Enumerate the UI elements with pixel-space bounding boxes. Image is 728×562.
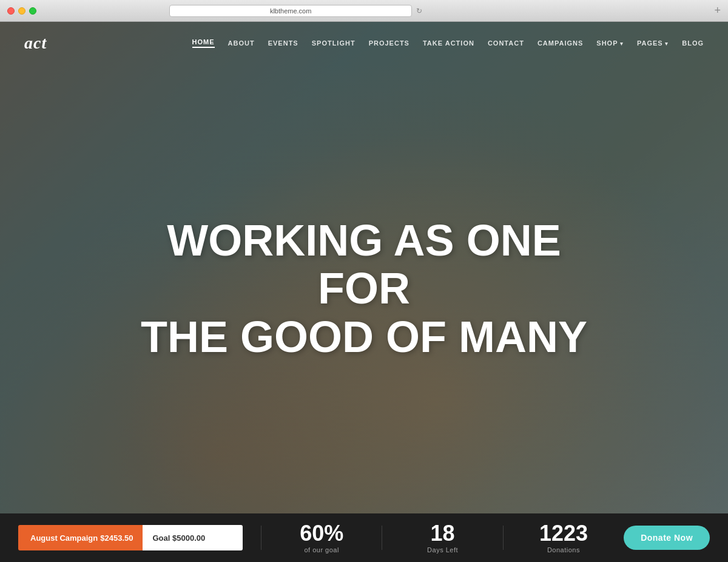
stat-percent-number: 60% xyxy=(300,523,343,544)
nav-item-blog[interactable]: BLOG xyxy=(682,39,704,47)
campaign-raised: August Campaign $2453.50 xyxy=(18,525,143,550)
campaign-progress-wrapper: August Campaign $2453.50 Goal $5000.00 xyxy=(18,525,243,550)
divider-1 xyxy=(261,526,261,550)
url-text: klbtheme.com xyxy=(270,7,311,15)
stat-donations: 1223 Donations xyxy=(522,523,605,554)
nav-menu: HOME ABOUT EVENTS SPOTLIGHT PROJECTS TAK… xyxy=(192,38,704,48)
navbar: act HOME ABOUT EVENTS SPOTLIGHT PROJECTS… xyxy=(0,22,728,64)
stat-days: 18 Days Left xyxy=(400,523,484,554)
donate-now-button[interactable]: Donate Now xyxy=(624,526,710,550)
nav-item-projects[interactable]: PROJECTS xyxy=(369,39,410,47)
maximize-button[interactable] xyxy=(29,7,36,15)
nav-item-shop[interactable]: SHOP xyxy=(596,39,624,47)
nav-item-take-action[interactable]: TAKE ACTION xyxy=(423,39,474,47)
nav-item-spotlight[interactable]: SPOTLIGHT xyxy=(312,39,356,47)
campaign-raised-amount: $2453.50 xyxy=(100,533,133,543)
campaign-bar: August Campaign $2453.50 Goal $5000.00 6… xyxy=(0,513,728,562)
nav-item-events[interactable]: EVENTS xyxy=(268,39,298,47)
url-bar[interactable]: klbtheme.com ↻ xyxy=(169,5,412,17)
nav-item-contact[interactable]: CONTACT xyxy=(488,39,524,47)
campaign-name-label: August Campaign xyxy=(30,533,98,543)
stat-days-number: 18 xyxy=(431,523,455,544)
campaign-goal-amount: $5000.00 xyxy=(172,533,205,543)
stat-donations-label: Donations xyxy=(547,546,580,554)
hero-title: WORKING AS ONE FOR THE GOOD OF MANY xyxy=(121,217,607,361)
campaign-goal: Goal $5000.00 xyxy=(143,525,243,550)
minimize-button[interactable] xyxy=(18,7,25,15)
traffic-lights xyxy=(7,7,36,15)
divider-3 xyxy=(503,526,504,550)
stat-percent: 60% of our goal xyxy=(280,523,363,554)
refresh-icon[interactable]: ↻ xyxy=(416,7,422,15)
site-logo[interactable]: act xyxy=(24,33,47,53)
stat-days-label: Days Left xyxy=(427,546,458,554)
nav-item-pages[interactable]: PAGES xyxy=(637,39,669,47)
campaign-goal-label: Goal xyxy=(152,533,170,543)
nav-item-home[interactable]: HOME xyxy=(192,38,215,48)
hero-title-line2: THE GOOD OF MANY xyxy=(141,313,587,361)
close-button[interactable] xyxy=(7,7,15,15)
stat-donations-number: 1223 xyxy=(539,523,588,544)
new-tab-button[interactable]: + xyxy=(714,4,721,17)
hero-title-line1: WORKING AS ONE FOR xyxy=(167,216,561,313)
browser-chrome: klbtheme.com ↻ + xyxy=(0,0,728,22)
nav-item-about[interactable]: ABOUT xyxy=(228,39,255,47)
divider-2 xyxy=(382,526,382,550)
hero-content: WORKING AS ONE FOR THE GOOD OF MANY xyxy=(0,64,728,513)
website: act HOME ABOUT EVENTS SPOTLIGHT PROJECTS… xyxy=(0,22,728,562)
stat-percent-label: of our goal xyxy=(304,546,339,554)
nav-item-campaigns[interactable]: CAMPAIGNS xyxy=(538,39,583,47)
